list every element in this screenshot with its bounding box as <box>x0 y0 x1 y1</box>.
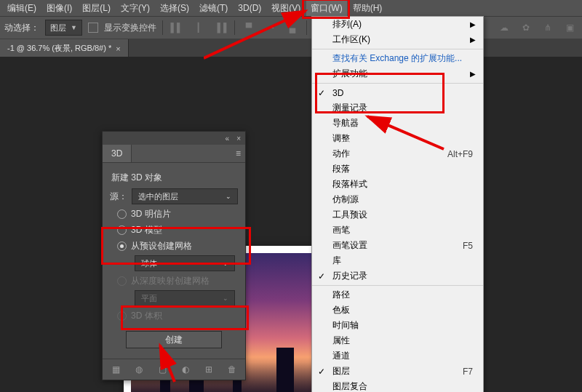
window-menu-item[interactable]: 时间轴 <box>312 318 483 333</box>
window-menu-item[interactable]: 段落样式 <box>312 177 483 192</box>
radio-3d-postcard[interactable]: 3D 明信片 <box>117 208 238 220</box>
align-center-h-icon[interactable]: ┃ <box>191 20 207 36</box>
window-menu-item[interactable]: 测量记录 <box>312 100 483 116</box>
menu-item-label: 查找有关 Exchange 的扩展功能... <box>332 52 462 65</box>
window-menu-item[interactable]: 动作Alt+F9 <box>312 146 483 161</box>
menu-item-label: 画笔设置 <box>332 239 367 252</box>
menu-item-label: 色板 <box>332 304 350 316</box>
menu-item-label: 图层复合 <box>332 380 367 392</box>
preset-mesh-select[interactable]: 球体 ⌄ <box>135 255 235 271</box>
window-menu-item[interactable]: 查找有关 Exchange 的扩展功能... <box>312 51 483 66</box>
share-icon[interactable]: ⋔ <box>540 20 556 36</box>
autoselect-target-select[interactable]: 图层 ▼ <box>45 20 82 36</box>
window-menu-item[interactable]: 导航器 <box>312 116 483 131</box>
camera-icon[interactable]: ▣ <box>562 20 578 36</box>
source-label: 源： <box>110 191 127 203</box>
source-select[interactable]: 选中的图层 ⌄ <box>132 188 238 204</box>
window-menu-item[interactable]: ✓历史记录 <box>312 268 483 284</box>
window-menu-item[interactable]: ✓图层F7 <box>312 364 483 379</box>
radio-preset-mesh[interactable]: 从预设创建网格 <box>117 240 238 252</box>
menu-item-label: 仿制源 <box>332 193 359 206</box>
canvas-area <box>0 57 582 392</box>
menu-layer[interactable]: 图层(L) <box>78 1 115 16</box>
check-icon: ✓ <box>318 367 325 377</box>
document-tab-title: -1 @ 36.7% (夜景, RGB/8#) * <box>7 43 111 54</box>
close-icon[interactable]: × <box>116 44 120 53</box>
window-menu-item[interactable]: 段落 <box>312 161 483 177</box>
options-bar: 动选择： 图层 ▼ 显示变换控件 ▌▌ ┃ ▐▐ ▀ ─ ▄ ⋯ ◧ ☁ ✿ ⋔… <box>0 16 582 39</box>
filter-light-icon[interactable]: ◐ <box>180 364 191 375</box>
window-menu-item[interactable]: 画笔设置F5 <box>312 238 483 253</box>
menu-item-label: 3D <box>332 88 343 98</box>
menu-type[interactable]: 文字(Y) <box>116 1 154 16</box>
align-bottom-icon[interactable]: ▄ <box>284 20 300 36</box>
create-button[interactable]: 创建 <box>126 331 222 348</box>
chevron-down-icon: ⌄ <box>223 260 228 267</box>
filter-scene-icon[interactable]: ▦ <box>110 364 121 375</box>
preset-mesh-value: 球体 <box>141 258 157 269</box>
menu-bar: 编辑(E) 图像(I) 图层(L) 文字(Y) 选择(S) 滤镜(T) 3D(D… <box>0 0 582 16</box>
menu-separator <box>312 49 483 49</box>
align-center-v-icon[interactable]: ─ <box>263 20 279 36</box>
menu-item-label: 图层 <box>332 365 350 377</box>
panel-footer: ▦ ◍ ▢ ◐ ⊞ 🗑 <box>103 359 245 380</box>
menu-select[interactable]: 选择(S) <box>156 1 194 16</box>
menu-edit[interactable]: 编辑(E) <box>3 1 41 16</box>
menu-image[interactable]: 图像(I) <box>42 1 76 16</box>
show-transform-checkbox[interactable] <box>88 23 98 33</box>
depth-mesh-value: 平面 <box>141 293 157 304</box>
cloud-icon[interactable]: ☁ <box>496 20 512 36</box>
submenu-arrow-icon: ▶ <box>470 70 476 78</box>
panel-menu-icon[interactable]: ≡ <box>132 145 245 162</box>
radio-3d-model[interactable]: 3D 模型 <box>117 224 238 236</box>
window-menu-item[interactable]: 路径 <box>312 287 483 303</box>
menu-window[interactable]: 窗口(W) <box>306 1 346 16</box>
radio-depth-mesh[interactable]: 从深度映射创建网格 <box>117 275 238 287</box>
source-value: 选中的图层 <box>138 191 178 202</box>
check-icon: ✓ <box>318 271 325 281</box>
window-menu-item[interactable]: 调整 <box>312 131 483 146</box>
menu-filter[interactable]: 滤镜(T) <box>195 1 232 16</box>
window-menu-item[interactable]: ✓3D <box>312 85 483 100</box>
window-menu-item[interactable]: 扩展功能▶ <box>312 66 483 81</box>
document-tab[interactable]: -1 @ 36.7% (夜景, RGB/8#) * × <box>0 39 129 57</box>
menu-item-label: 段落 <box>332 163 350 175</box>
menu-view[interactable]: 视图(V) <box>267 1 305 16</box>
window-menu-item[interactable]: 图层复合 <box>312 379 483 392</box>
filter-material-icon[interactable]: ▢ <box>156 364 168 375</box>
menu-shortcut: F7 <box>463 367 473 377</box>
window-menu: 排列(A)▶工作区(K)▶查找有关 Exchange 的扩展功能...扩展功能▶… <box>311 16 484 392</box>
menu-item-label: 动作 <box>332 148 350 160</box>
window-menu-item[interactable]: 仿制源 <box>312 192 483 207</box>
window-menu-item[interactable]: 画笔 <box>312 223 483 238</box>
window-menu-item[interactable]: 工具预设 <box>312 207 483 223</box>
new-layer-icon[interactable]: ⊞ <box>203 364 215 375</box>
show-transform-label: 显示变换控件 <box>104 22 156 34</box>
radio-3d-volume[interactable]: 3D 体积 <box>117 310 238 322</box>
menu-item-label: 调整 <box>332 132 350 145</box>
menu-3d[interactable]: 3D(D) <box>234 1 266 15</box>
menu-item-label: 扩展功能 <box>332 68 367 80</box>
panel-tab-3d[interactable]: 3D <box>103 145 132 162</box>
window-menu-item[interactable]: 工作区(K)▶ <box>312 32 483 47</box>
align-left-icon[interactable]: ▌▌ <box>169 20 185 36</box>
window-menu-item[interactable]: 通道 <box>312 348 483 364</box>
panel-close-icon[interactable]: × <box>236 135 241 143</box>
align-top-icon[interactable]: ▀ <box>241 20 257 36</box>
menu-separator <box>312 285 483 286</box>
align-right-icon[interactable]: ▐▐ <box>212 20 228 36</box>
menu-item-label: 工具预设 <box>332 209 367 221</box>
window-menu-item[interactable]: 排列(A)▶ <box>312 17 483 32</box>
filter-mesh-icon[interactable]: ◍ <box>133 364 145 375</box>
panel-collapse-icon[interactable]: « <box>226 135 230 143</box>
menu-help[interactable]: 帮助(H) <box>348 1 387 16</box>
document-tab-bar: -1 @ 36.7% (夜景, RGB/8#) * × <box>0 39 582 58</box>
trash-icon[interactable]: 🗑 <box>226 364 238 375</box>
window-menu-item[interactable]: 属性 <box>312 333 483 348</box>
menu-item-label: 通道 <box>332 350 350 362</box>
chevron-down-icon: ⌄ <box>226 193 231 200</box>
settings-icon[interactable]: ✿ <box>518 20 534 36</box>
window-menu-item[interactable]: 库 <box>312 253 483 268</box>
menu-shortcut: Alt+F9 <box>447 149 473 159</box>
window-menu-item[interactable]: 色板 <box>312 303 483 318</box>
